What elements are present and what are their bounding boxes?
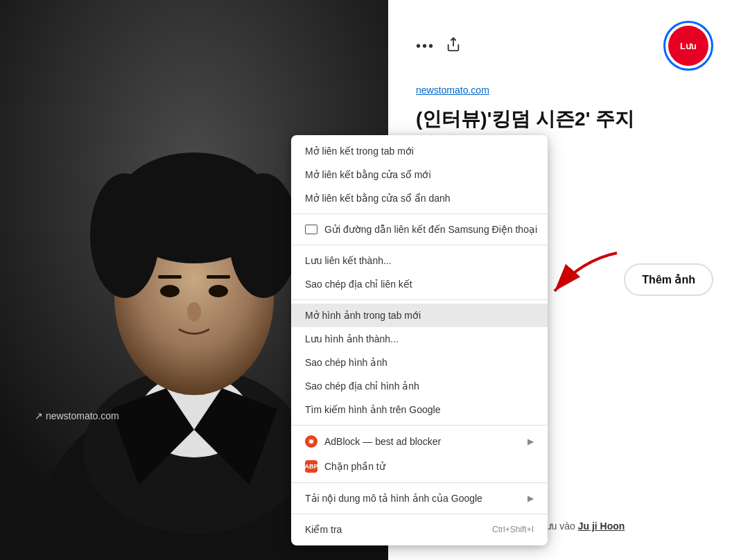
context-menu-item-search-google[interactable]: Tìm kiếm hình ảnh trên Google [291, 398, 548, 421]
luu-button-container: Lưu [663, 21, 713, 71]
context-menu-item-open-new-window[interactable]: Mở liên kết bằng cửa sổ mới [291, 163, 548, 186]
adblock-icon [305, 435, 317, 448]
svg-rect-12 [207, 275, 230, 279]
svg-rect-11 [158, 275, 182, 279]
share-button[interactable] [446, 37, 461, 55]
svg-point-8 [229, 173, 298, 298]
context-menu-divider-1 [291, 213, 548, 214]
adblock-arrow: ▶ [528, 437, 534, 446]
svg-point-9 [160, 285, 180, 297]
abp-left: ABP Chặn phần tử [305, 460, 385, 473]
board-name-link[interactable]: Ju ji Hoon [578, 520, 625, 532]
adblock-left: AdBlock — best ad blocker [305, 435, 441, 448]
context-menu-divider-4 [291, 425, 548, 426]
context-menu-item-save-image[interactable]: Lưu hình ảnh thành... [291, 327, 548, 351]
context-menu-item-copy-image[interactable]: Sao chép hình ảnh [291, 351, 548, 374]
context-menu-item-open-private[interactable]: Mở liên kết bằng cửa sổ ẩn danh [291, 186, 548, 210]
luu-button-ring: Lưu [663, 21, 713, 71]
luu-button[interactable]: Lưu [668, 26, 708, 66]
more-options-button[interactable]: ••• [416, 38, 435, 54]
context-menu-item-copy-image-addr[interactable]: Sao chép địa chỉ hình ảnh [291, 374, 548, 398]
context-menu-divider-6 [291, 514, 548, 514]
toolbar-left: ••• [416, 37, 461, 55]
context-menu-item-open-new-tab[interactable]: Mở liên kết trong tab mới [291, 139, 548, 163]
context-menu-divider-2 [291, 245, 548, 245]
context-menu-divider-3 [291, 299, 548, 300]
svg-point-13 [187, 302, 201, 322]
context-menu-item-open-image-tab[interactable]: Mở hình ảnh trong tab mới [291, 304, 548, 327]
them-anh-button[interactable]: Thêm ảnh [624, 263, 713, 296]
abp-icon: ABP [305, 460, 317, 473]
svg-point-7 [90, 173, 159, 298]
send-samsung-left: Gửi đường dẫn liên kết đến Samsung Điện … [305, 224, 537, 235]
context-menu: Mở liên kết trong tab mới Mở liên kết bằ… [291, 135, 548, 545]
context-menu-item-google-content[interactable]: Tải nội dung mô tả hình ảnh của Google ▶ [291, 487, 548, 510]
context-menu-item-copy-link[interactable]: Sao chép địa chỉ liên kết [291, 272, 548, 296]
context-menu-item-adblock[interactable]: AdBlock — best ad blocker ▶ [291, 429, 548, 454]
context-menu-item-send-samsung[interactable]: Gửi đường dẫn liên kết đến Samsung Điện … [291, 218, 548, 241]
context-menu-item-inspect[interactable]: Kiểm tra Ctrl+Shift+I [291, 518, 548, 541]
context-menu-item-save-link[interactable]: Lưu liên kết thành... [291, 249, 548, 272]
svg-point-10 [209, 285, 228, 297]
toolbar: ••• Lưu [416, 21, 713, 71]
context-menu-divider-5 [291, 482, 548, 483]
inspect-shortcut: Ctrl+Shift+I [492, 525, 534, 534]
source-link[interactable]: newstomato.com [416, 85, 713, 96]
google-content-arrow: ▶ [528, 493, 534, 503]
context-menu-item-abp[interactable]: ABP Chặn phần tử [291, 454, 548, 479]
page-container: ↗ newstomato.com ••• [0, 0, 741, 560]
image-watermark: ↗ newstomato.com [35, 410, 119, 421]
